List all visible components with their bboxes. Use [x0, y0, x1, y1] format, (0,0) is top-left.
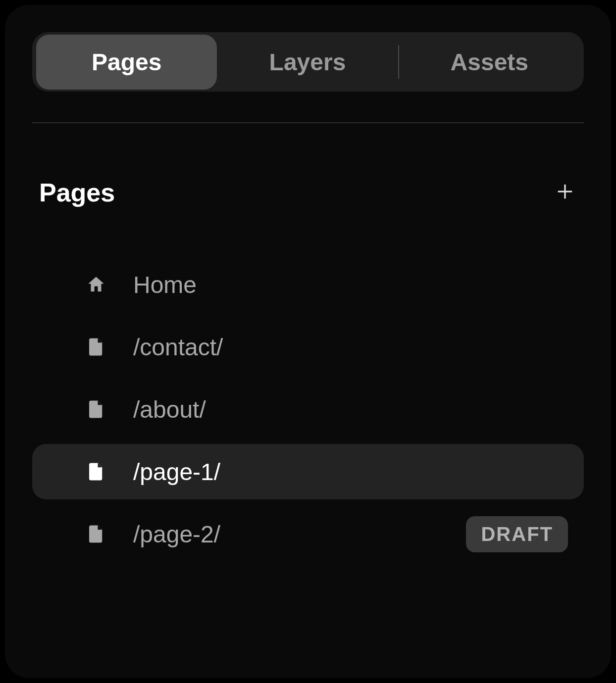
pages-section-header: Pages — [32, 178, 584, 207]
page-item-label: /page-1/ — [133, 458, 568, 486]
page-list: Home /contact/ /about/ — [32, 257, 584, 562]
sidebar-panel: Pages Layers Assets Pages Home — [5, 5, 611, 678]
page-item-about[interactable]: /about/ — [32, 382, 584, 437]
tab-assets[interactable]: Assets — [399, 35, 580, 90]
file-icon — [86, 524, 106, 544]
page-item-label: /contact/ — [133, 334, 568, 361]
page-item-contact[interactable]: /contact/ — [32, 319, 584, 375]
page-item-home[interactable]: Home — [32, 257, 584, 312]
home-icon — [86, 274, 106, 295]
status-badge: DRAFT — [466, 516, 568, 552]
add-page-button[interactable] — [553, 181, 577, 204]
page-item-page-2[interactable]: /page-2/ DRAFT — [32, 506, 584, 562]
page-item-page-1[interactable]: /page-1/ — [32, 444, 584, 499]
separator — [32, 122, 584, 123]
page-item-label: /about/ — [133, 396, 568, 423]
file-icon — [86, 399, 106, 420]
tab-pages[interactable]: Pages — [36, 35, 217, 90]
page-item-label: Home — [133, 271, 568, 298]
tab-layers[interactable]: Layers — [217, 35, 398, 90]
plus-icon — [556, 182, 574, 203]
section-title: Pages — [39, 178, 115, 207]
page-item-label: /page-2/ — [133, 521, 466, 548]
tab-bar: Pages Layers Assets — [32, 32, 584, 92]
file-icon — [86, 461, 106, 482]
file-icon — [86, 337, 106, 357]
